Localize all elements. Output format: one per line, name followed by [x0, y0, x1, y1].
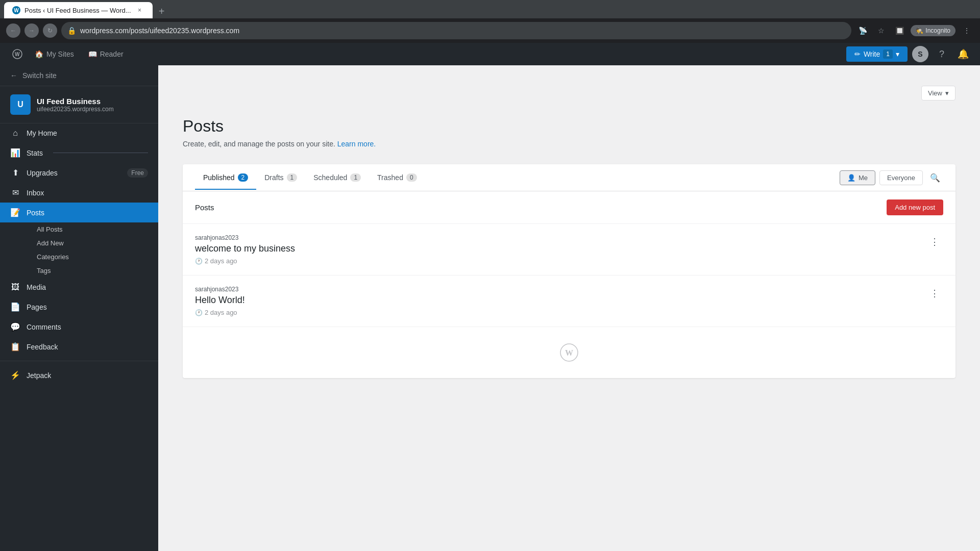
tab-close-button[interactable]: ×	[135, 6, 144, 15]
reader-button[interactable]: 📖 Reader	[82, 47, 130, 61]
site-url: uifeed20235.wordpress.com	[37, 106, 114, 113]
pages-label: Pages	[27, 303, 47, 311]
inbox-label: Inbox	[27, 189, 44, 197]
more-options-button[interactable]: ⋮	[960, 23, 974, 38]
switch-site-button[interactable]: ← Switch site	[0, 65, 158, 86]
write-chevron-icon: ▾	[896, 50, 899, 58]
post-author: sarahjonas2023	[195, 234, 295, 241]
drafts-count: 1	[287, 173, 298, 182]
chevron-left-icon: ←	[10, 71, 17, 80]
my-sites-button[interactable]: 🏠 My Sites	[29, 47, 80, 61]
my-sites-label: My Sites	[46, 50, 74, 58]
view-label: View	[928, 89, 942, 97]
sidebar-item-posts[interactable]: 📝 Posts	[0, 203, 158, 222]
my-home-label: My Home	[27, 129, 57, 137]
media-icon: 🖼	[10, 283, 20, 292]
sidebar-item-feedback[interactable]: 📋 Feedback	[0, 337, 158, 357]
inbox-icon: ✉	[10, 188, 20, 197]
sidebar-item-jetpack[interactable]: ⚡ Jetpack	[0, 365, 158, 385]
posts-container: Published 2 Drafts 1 Scheduled 1 Trashed…	[183, 164, 955, 378]
post-more-button[interactable]: ⋮	[926, 234, 943, 249]
write-button[interactable]: ✏ Write 1 ▾	[846, 46, 908, 62]
tab-title: Posts ‹ UI Feed Business — Word...	[24, 7, 131, 14]
sidebar-item-inbox[interactable]: ✉ Inbox	[0, 183, 158, 203]
tab-favicon: W	[12, 6, 20, 14]
site-icon: U	[10, 94, 31, 115]
post-actions: ⋮	[926, 286, 943, 301]
search-button[interactable]: 🔍	[927, 169, 943, 186]
trashed-count: 0	[406, 173, 417, 182]
notifications-button[interactable]: 🔔	[954, 45, 972, 63]
sidebar-item-my-home[interactable]: ⌂ My Home	[0, 123, 158, 143]
filter-me-button[interactable]: 👤 Me	[840, 170, 875, 185]
reader-icon: 📖	[88, 50, 97, 58]
post-actions: ⋮	[926, 234, 943, 249]
upgrades-badge: Free	[127, 168, 148, 178]
sidebar-item-media[interactable]: 🖼 Media	[0, 278, 158, 297]
site-info: U UI Feed Business uifeed20235.wordpress…	[0, 86, 158, 123]
stats-label: Stats	[27, 149, 43, 157]
sidebar-subitem-add-new[interactable]: Add New	[27, 236, 158, 250]
back-button[interactable]: ←	[6, 23, 20, 38]
posts-tabs: Published 2 Drafts 1 Scheduled 1 Trashed…	[183, 164, 955, 191]
sidebar-item-comments[interactable]: 💬 Comments	[0, 317, 158, 337]
filter-me-label: Me	[859, 174, 868, 182]
post-more-button[interactable]: ⋮	[926, 286, 943, 301]
learn-more-link[interactable]: Learn more.	[337, 140, 376, 148]
comments-label: Comments	[27, 323, 61, 331]
filter-everyone-button[interactable]: Everyone	[879, 170, 923, 185]
posts-header: Posts Add new post	[183, 191, 955, 224]
post-time-ago: 2 days ago	[205, 257, 237, 265]
write-icon: ✏	[854, 50, 861, 58]
sidebar-item-pages[interactable]: 📄 Pages	[0, 297, 158, 317]
tab-filters: 👤 Me Everyone 🔍	[840, 164, 943, 191]
filter-everyone-label: Everyone	[887, 174, 915, 182]
media-label: Media	[27, 283, 46, 291]
sidebar-subitem-tags[interactable]: Tags	[27, 264, 158, 278]
avatar-button[interactable]: S	[912, 45, 929, 63]
help-icon: ?	[939, 49, 944, 60]
svg-text:W: W	[565, 348, 573, 357]
incognito-label: Incognito	[925, 27, 950, 34]
post-meta: 🕐 2 days ago	[195, 257, 295, 265]
site-name: UI Feed Business	[37, 97, 114, 106]
write-label: Write	[864, 50, 880, 58]
add-new-post-button[interactable]: Add new post	[887, 199, 943, 215]
new-tab-button[interactable]: +	[155, 4, 169, 18]
tab-trashed[interactable]: Trashed 0	[369, 165, 425, 190]
page-subtitle: Create, edit, and manage the posts on yo…	[183, 140, 955, 148]
user-avatar: S	[912, 46, 928, 62]
wordpress-footer-logo: W	[183, 327, 955, 378]
table-row: sarahjonas2023 welcome to my business 🕐 …	[183, 224, 955, 276]
sidebar-subitem-all-posts[interactable]: All Posts	[27, 222, 158, 236]
upgrades-icon: ⬆	[10, 168, 20, 178]
sidebar-subitem-categories[interactable]: Categories	[27, 250, 158, 264]
forward-button[interactable]: →	[24, 23, 39, 38]
tab-scheduled[interactable]: Scheduled 1	[305, 165, 369, 190]
tab-drafts[interactable]: Drafts 1	[256, 165, 305, 190]
post-title-link[interactable]: welcome to my business	[195, 243, 295, 254]
switch-site-label: Switch site	[22, 71, 57, 80]
chrome-cast-icon[interactable]: 📡	[855, 23, 870, 38]
post-time-ago: 2 days ago	[205, 309, 237, 316]
pages-icon: 📄	[10, 302, 20, 312]
tab-published[interactable]: Published 2	[195, 165, 256, 190]
reload-button[interactable]: ↻	[43, 23, 57, 38]
reader-label: Reader	[100, 50, 124, 58]
incognito-icon: 🕵	[916, 27, 923, 34]
sidebar-item-upgrades[interactable]: ⬆ Upgrades Free	[0, 163, 158, 183]
sidebar-item-stats[interactable]: 📊 Stats	[0, 143, 158, 163]
post-author: sarahjonas2023	[195, 286, 245, 293]
extensions-icon[interactable]: 🔲	[892, 23, 906, 38]
posts-label: Posts	[27, 209, 44, 217]
wordpress-logo-button[interactable]: W	[8, 47, 27, 61]
incognito-button[interactable]: 🕵 Incognito	[911, 25, 955, 36]
posts-section-title: Posts	[195, 203, 214, 212]
view-button[interactable]: View ▾	[921, 86, 955, 101]
lock-icon: 🔒	[67, 27, 76, 35]
clock-icon: 🕐	[195, 258, 203, 265]
upgrades-label: Upgrades	[27, 169, 58, 177]
help-button[interactable]: ?	[933, 45, 950, 63]
post-title-link[interactable]: Hello World!	[195, 295, 245, 306]
bookmark-icon[interactable]: ☆	[874, 23, 888, 38]
